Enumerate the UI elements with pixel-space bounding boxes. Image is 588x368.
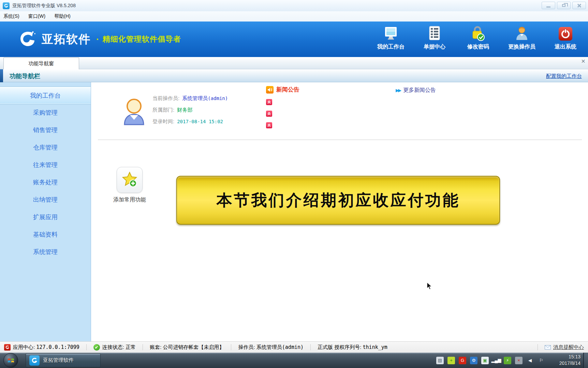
close-icon[interactable] <box>572 2 586 9</box>
operator-row: 当前操作员: 系统管理员 (admin) <box>152 93 228 104</box>
department-value: 财务部 <box>177 107 192 113</box>
tab-function-navigator[interactable]: 功能导航窗 <box>3 57 79 69</box>
tray-icon[interactable]: ◀ <box>526 357 534 364</box>
news-item-icon[interactable] <box>266 122 272 128</box>
tray-icon[interactable]: ▤ <box>436 357 444 364</box>
toolbar-label: 单据中心 <box>424 43 445 51</box>
department-label: 所属部门: <box>152 107 174 113</box>
status-operator-label: 操作员: <box>238 344 255 351</box>
restore-icon[interactable] <box>557 2 571 9</box>
account-label: 账套: <box>150 344 161 351</box>
operator-status: 操作员: 系统管理员 (admin) <box>238 344 304 351</box>
tray-icon[interactable]: ⚙ <box>470 357 477 364</box>
app-center-label: 应用中心: <box>13 344 35 351</box>
brand-logo: 亚拓软件 · 精细化管理软件倡导者 <box>18 30 181 49</box>
status-operator-account: (admin) <box>282 344 304 350</box>
app-center-icon <box>4 344 11 351</box>
status-separator <box>231 344 231 350</box>
close-tab-icon[interactable]: × <box>581 58 585 65</box>
department-row: 所属部门: 财务部 <box>152 104 228 116</box>
clock-time: 15:13 <box>549 354 580 360</box>
news-item-icon[interactable] <box>266 99 272 105</box>
nav-bar-title: 功能导航栏 <box>10 72 40 80</box>
sidebar-item[interactable]: 扩展应用 <box>0 209 91 226</box>
toolbar-label: 我的工作台 <box>377 43 405 51</box>
start-button[interactable] <box>3 353 18 368</box>
configure-workbench-link[interactable]: 配置我的工作台 <box>546 73 582 80</box>
application-window: 亚拓管理软件专业版 V8.5.208 系统(S)窗口(W)帮助(H) 亚拓软件 … <box>0 0 588 368</box>
minimize-icon[interactable] <box>542 2 555 9</box>
window-controls <box>542 2 586 9</box>
connection-value: 正常 <box>126 344 136 351</box>
tray-icon[interactable]: + <box>447 357 455 364</box>
tray-icon[interactable]: ⚐ <box>538 357 545 364</box>
sidebar-item[interactable]: 我的工作台 <box>0 87 91 104</box>
sidebar-item[interactable]: 账务处理 <box>0 174 91 191</box>
lock-check-icon <box>470 25 486 41</box>
tray-icon[interactable]: ⚡ <box>504 357 511 364</box>
document-center-button[interactable]: 单据中心 <box>418 25 451 51</box>
menu-item[interactable]: 系统(S) <box>3 13 19 19</box>
power-icon <box>558 25 573 41</box>
news-header: 新闻公告 <box>266 86 299 94</box>
tray-icon[interactable]: × <box>515 357 523 364</box>
sidebar-item[interactable]: 采购管理 <box>0 104 91 122</box>
clock-date: 2017/8/14 <box>549 360 580 367</box>
exit-system-button[interactable]: 退出系统 <box>549 25 582 51</box>
more-news-label: 更多新闻公告 <box>403 87 436 94</box>
tray-icon[interactable]: ▣ <box>481 357 489 364</box>
app-logo-icon <box>29 355 40 366</box>
license-label: 正式版 授权序列号: <box>318 344 361 351</box>
header-banner: 亚拓软件 · 精细化管理软件倡导者 我的工作台 <box>0 22 588 57</box>
status-separator <box>310 344 311 350</box>
operator-account: (admin) <box>208 96 228 101</box>
sidebar-nav: 我的工作台采购管理销售管理仓库管理往来管理账务处理出纳管理扩展应用基础资料系统管… <box>0 82 91 341</box>
sidebar-item[interactable]: 往来管理 <box>0 156 91 174</box>
sidebar-item[interactable]: 系统管理 <box>0 243 91 261</box>
star-plus-icon <box>121 171 138 189</box>
news-title: 新闻公告 <box>276 86 299 94</box>
window-title: 亚拓管理软件专业版 V8.5.208 <box>12 3 76 9</box>
change-password-button[interactable]: 修改密码 <box>462 25 495 51</box>
taskbar-app-button[interactable]: 亚拓管理软件 <box>26 353 101 367</box>
add-shortcut-label: 添加常用功能 <box>98 196 161 203</box>
sidebar-item[interactable]: 仓库管理 <box>0 139 91 156</box>
my-workbench-button[interactable]: 我的工作台 <box>374 25 407 51</box>
operator-label: 当前操作员: <box>152 95 179 102</box>
status-separator <box>143 344 143 350</box>
double-arrow-icon: ▶▶ <box>396 88 400 93</box>
nav-bar: 功能导航栏 配置我的工作台 <box>0 69 588 82</box>
news-item-icon[interactable] <box>266 111 272 117</box>
user-info-panel: 当前操作员: 系统管理员 (admin) 所属部门: 财务部 登录时间: 201… <box>152 93 228 127</box>
toolbar-label: 修改密码 <box>467 43 489 51</box>
show-desktop-button[interactable] <box>583 353 588 368</box>
menu-item[interactable]: 帮助(H) <box>54 13 70 19</box>
account-set-status: 账套: 公司进销存帐套【未启用】 <box>150 344 224 351</box>
toolbar-label: 更换操作员 <box>508 43 535 51</box>
menu-bar: 系统(S)窗口(W)帮助(H) <box>0 11 588 22</box>
login-time-value: 2017-08-14 15:02 <box>177 119 223 124</box>
sidebar-item[interactable]: 出纳管理 <box>0 191 91 209</box>
tray-icon[interactable]: ▂▄▆ <box>493 357 500 364</box>
app-logo-icon <box>3 2 10 9</box>
more-news-link[interactable]: ▶▶ 更多新闻公告 <box>396 87 436 94</box>
sidebar-item[interactable]: 基础资料 <box>0 226 91 243</box>
app-center-value: 127.0.0.1:7099 <box>36 344 79 350</box>
taskbar-clock[interactable]: 15:13 2017/8/14 <box>549 354 580 367</box>
news-panel: 新闻公告 <box>266 86 299 128</box>
sidebar-item[interactable]: 销售管理 <box>0 122 91 139</box>
body-area: 我的工作台采购管理销售管理仓库管理往来管理账务处理出纳管理扩展应用基础资料系统管… <box>0 82 588 341</box>
switch-operator-button[interactable]: 更换操作员 <box>505 25 538 51</box>
brand-separator: · <box>96 34 99 45</box>
news-list <box>266 99 299 128</box>
connection-ok-icon: ✔ <box>93 344 100 351</box>
mouse-cursor <box>426 282 434 290</box>
avatar <box>121 97 147 125</box>
menu-item[interactable]: 窗口(W) <box>28 13 46 19</box>
title-bar: 亚拓管理软件专业版 V8.5.208 <box>0 0 588 11</box>
add-shortcut-button[interactable] <box>117 167 143 193</box>
message-center-link[interactable]: 消息提醒中心 <box>553 344 584 351</box>
connection-status: ✔ 连接状态: 正常 <box>93 344 136 351</box>
lesson-banner: 本节我们介绍期初应收应付功能 <box>176 176 500 225</box>
tray-icon[interactable]: G <box>459 357 466 364</box>
